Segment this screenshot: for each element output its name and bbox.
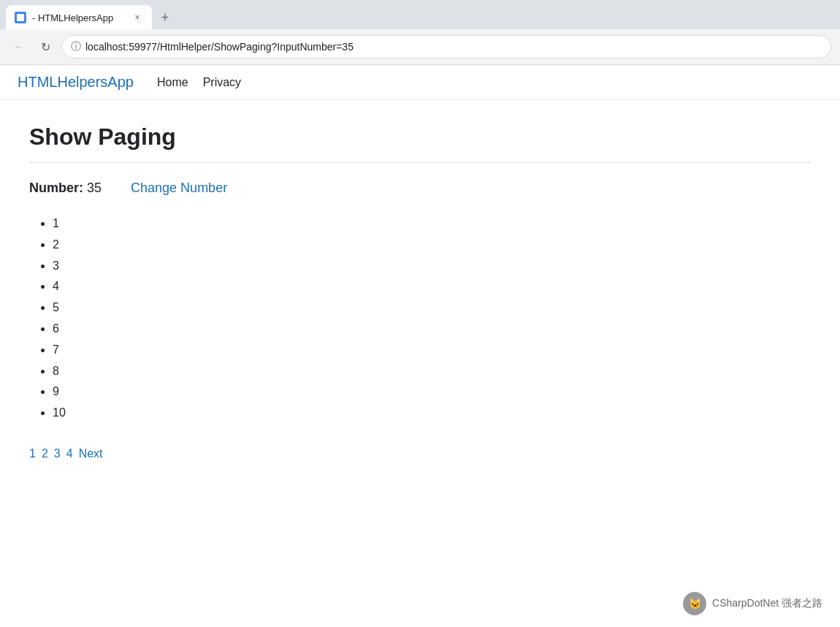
footer-watermark: 🐱 CSharpDotNet 强者之路	[683, 592, 822, 615]
watermark-icon: 🐱	[683, 592, 706, 615]
number-display: Number: 35	[29, 180, 102, 196]
page-number-link[interactable]: 1	[29, 447, 36, 460]
list-item: 8	[53, 361, 811, 382]
next-page-link[interactable]: Next	[79, 447, 103, 460]
tab-bar: - HTMLHelpersApp × +	[0, 0, 840, 29]
list-item: 9	[53, 381, 811, 403]
browser-tab[interactable]: - HTMLHelpersApp ×	[6, 5, 152, 30]
tab-favicon	[15, 12, 26, 23]
main-content: Show Paging Number: 35 Change Number 123…	[0, 100, 840, 484]
number-row: Number: 35 Change Number	[29, 180, 811, 196]
page-number-link[interactable]: 3	[54, 447, 61, 460]
url-bar[interactable]: ⓘ localhost:59977/HtmlHelper/ShowPaging?…	[61, 35, 831, 58]
pagination: 1234Next	[29, 447, 811, 460]
new-tab-button[interactable]: +	[155, 7, 175, 28]
app-navbar: HTMLHelpersApp Home Privacy	[0, 65, 840, 100]
nav-privacy[interactable]: Privacy	[203, 76, 241, 89]
address-bar: ← ↻ ⓘ localhost:59977/HtmlHelper/ShowPag…	[0, 29, 840, 64]
change-number-link[interactable]: Change Number	[131, 180, 227, 196]
browser-chrome: - HTMLHelpersApp × + ← ↻ ⓘ localhost:599…	[0, 0, 840, 65]
url-text: localhost:59977/HtmlHelper/ShowPaging?In…	[85, 41, 354, 53]
list-item: 7	[53, 340, 811, 361]
reload-button[interactable]: ↻	[35, 37, 56, 57]
number-value: 35	[87, 180, 102, 195]
page-title: Show Paging	[29, 123, 811, 151]
back-button[interactable]: ←	[9, 37, 29, 57]
brand-link[interactable]: HTMLHelpersApp	[18, 74, 134, 91]
tab-close-button[interactable]: ×	[131, 12, 143, 23]
list-item: 5	[53, 297, 811, 319]
items-list: 12345678910	[29, 213, 811, 424]
info-icon: ⓘ	[71, 40, 81, 53]
page-number-link[interactable]: 4	[66, 447, 73, 460]
page-number-link[interactable]: 2	[42, 447, 48, 460]
divider	[29, 162, 811, 163]
list-item: 4	[53, 276, 811, 297]
list-item: 3	[53, 256, 811, 277]
list-item: 6	[53, 319, 811, 340]
list-item: 2	[53, 235, 811, 256]
nav-home[interactable]: Home	[157, 76, 188, 89]
watermark-text: CSharpDotNet 强者之路	[712, 597, 822, 610]
tab-title: - HTMLHelpersApp	[32, 12, 126, 23]
list-item: 1	[53, 213, 811, 235]
nav-links: Home Privacy	[157, 76, 241, 89]
list-item: 10	[53, 403, 811, 424]
number-label-text: Number:	[29, 180, 83, 195]
